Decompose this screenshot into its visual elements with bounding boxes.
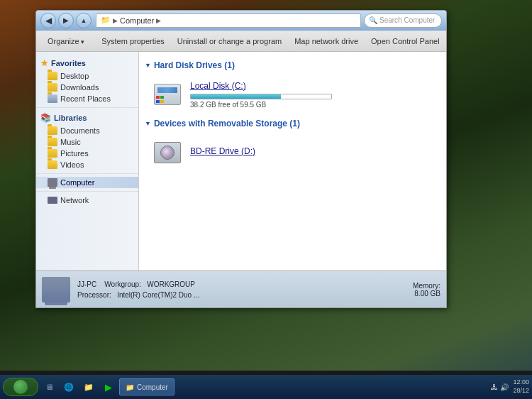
title-bar: ◀ ▶ ▲ 📁 ▶ Computer ▶ 🔍 Search Computer [36,11,446,31]
sidebar-item-computer[interactable]: Computer [36,177,138,188]
taskbar-media-icon[interactable]: ▶ [99,378,118,396]
sidebar-item-documents[interactable]: Documents [36,125,138,136]
toolbar: Organize System properties Uninstall or … [36,31,446,52]
organize-button[interactable]: Organize [42,35,90,48]
sidebar-item-videos[interactable]: Videos [36,159,138,170]
taskbar-explorer-task[interactable]: 📁 Computer [119,378,174,395]
up-button[interactable]: ▲ [76,13,92,28]
documents-label: Documents [60,126,100,135]
window-controls: ◀ ▶ ▲ [40,13,92,28]
sidebar-item-desktop[interactable]: Desktop [36,70,138,82]
favorites-group: ★ Favorites Desktop Downloads Recent Pla… [36,56,138,104]
disk-usage-bar-container [190,94,332,99]
clock-date: 28/12 [513,387,529,395]
status-bar: JJ-PC Workgroup: WORKGROUP Processor: In… [36,270,446,307]
control-panel-button[interactable]: Open Control Panel [365,35,445,48]
local-disk-info: Local Disk (C:) 38.2 GB free of 59.5 GB [190,81,435,109]
pc-name: JJ-PC [77,280,96,288]
start-orb [13,380,28,394]
computer-icon [48,178,57,187]
sidebar: ★ Favorites Desktop Downloads Recent Pla… [36,52,139,270]
local-disk-item[interactable]: Local Disk (C:) 38.2 GB free of 59.5 GB [145,76,440,113]
local-disk-icon-container [150,80,184,109]
sidebar-item-downloads[interactable]: Downloads [36,82,138,93]
start-button[interactable] [3,378,38,396]
uninstall-button[interactable]: Uninstall or change a program [172,35,287,48]
status-line-2: Processor: Intel(R) Core(TM)2 Duo ... [77,290,406,300]
sidebar-divider-1 [36,107,138,108]
tray-volume-icon: 🔊 [500,383,509,391]
bd-drive-item[interactable]: BD-RE Drive (D:) [145,134,440,171]
explorer-window: ◀ ▶ ▲ 📁 ▶ Computer ▶ 🔍 Search Computer O… [35,10,447,308]
favorites-header[interactable]: ★ Favorites [36,56,138,70]
sidebar-item-network[interactable]: Network [36,195,138,206]
local-disk-icon [154,84,181,105]
search-placeholder: Search Computer [379,16,435,24]
system-tray: 🖧 🔊 [488,383,511,391]
removable-section-header[interactable]: Devices with Removable Storage (1) [145,116,440,131]
taskbar-ie-icon[interactable]: 🌐 [60,378,78,396]
desktop-label: Desktop [60,72,89,80]
taskbar: 🖥 🌐 📁 ▶ 📁 Computer 🖧 🔊 12:00 28/12 [0,375,532,399]
status-info: JJ-PC Workgroup: WORKGROUP Processor: In… [77,279,406,300]
taskbar-folder-icon[interactable]: 📁 [79,378,98,396]
sidebar-item-recent-places[interactable]: Recent Places [36,93,138,104]
status-memory: Memory: 8.00 GB [413,282,440,297]
sidebar-item-music[interactable]: Music [36,136,138,148]
favorites-label: Favorites [51,59,86,67]
libraries-group: 📚 Libraries Documents Music Pictures [36,111,138,170]
sidebar-item-pictures[interactable]: Pictures [36,148,138,159]
logo-red [156,96,160,99]
taskbar-task-icon: 📁 [126,383,134,391]
music-folder-icon [48,138,57,146]
search-icon: 🔍 [369,16,377,24]
back-button[interactable]: ◀ [40,13,56,28]
bd-drive-name[interactable]: BD-RE Drive (D:) [190,146,435,156]
taskbar-task-label: Computer [137,383,168,391]
sidebar-divider-3 [36,191,138,192]
logo-green [160,96,164,99]
memory-label: Memory: [413,282,440,290]
libraries-header[interactable]: 📚 Libraries [36,111,138,125]
downloads-label: Downloads [60,83,99,92]
main-panel: Hard Disk Drives (1) [139,52,446,270]
local-disk-name[interactable]: Local Disk (C:) [190,81,435,91]
computer-label: Computer [60,178,94,187]
bd-disc [160,146,174,160]
address-path: 📁 ▶ Computer ▶ [101,16,161,25]
desktop-folder-icon [48,72,57,80]
map-network-button[interactable]: Map network drive [289,35,364,48]
network-label: Network [60,196,89,204]
bd-drive-info: BD-RE Drive (D:) [190,146,435,159]
hard-disk-section-header[interactable]: Hard Disk Drives (1) [145,58,440,73]
search-box[interactable]: 🔍 Search Computer [364,13,442,28]
bd-drive-icon-container [150,138,184,167]
path-separator: ▶ [113,17,118,24]
system-properties-button[interactable]: System properties [96,35,170,48]
logo-blue [156,100,160,103]
taskbar-show-desktop[interactable]: 🖥 [40,378,58,396]
address-bar[interactable]: 📁 ▶ Computer ▶ [96,13,361,28]
sidebar-divider-2 [36,173,138,174]
pc-icon [42,277,70,302]
videos-label: Videos [60,160,84,169]
status-line-1: JJ-PC Workgroup: WORKGROUP [77,279,406,290]
libraries-icon: 📚 [40,113,51,123]
recent-folder-icon [48,94,57,103]
path-end-arrow: ▶ [156,17,161,24]
local-disk-size: 38.2 GB free of 59.5 GB [190,101,435,109]
tray-network-icon: 🖧 [491,383,498,391]
documents-folder-icon [48,126,57,135]
processor-label: Processor: [77,291,111,299]
downloads-folder-icon [48,83,57,92]
processor-value: Intel(R) Core(TM)2 Duo ... [117,291,199,299]
recent-places-label: Recent Places [60,94,111,103]
videos-folder-icon [48,160,57,169]
forward-button[interactable]: ▶ [58,13,74,28]
content-area: ★ Favorites Desktop Downloads Recent Pla… [36,52,446,270]
workgroup-value: WORKGROUP [147,280,195,288]
music-label: Music [60,138,81,146]
clock-time: 12:00 [513,378,529,387]
memory-value: 8.00 GB [413,290,440,297]
network-icon [48,197,57,204]
